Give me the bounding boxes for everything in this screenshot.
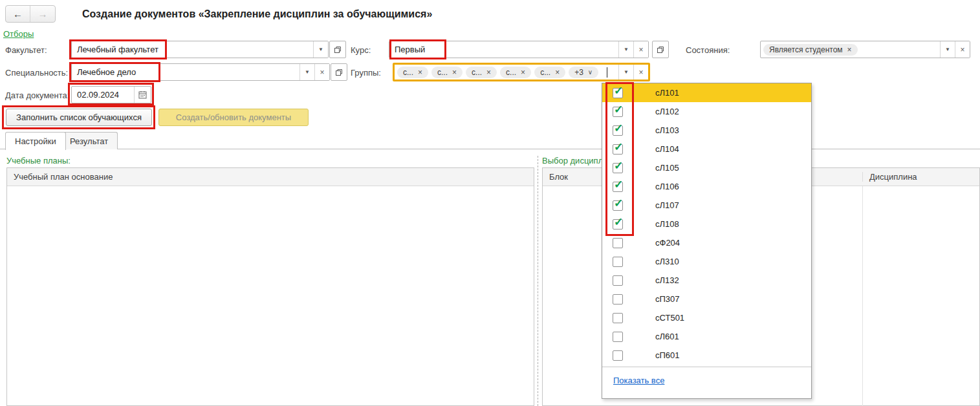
filters-link[interactable]: Отборы — [3, 29, 34, 39]
calendar-button[interactable] — [134, 87, 151, 103]
dropdown-item[interactable]: ✓сЛ102 — [602, 102, 811, 121]
doc-date-field[interactable]: 02.09.2024 — [71, 86, 151, 103]
group-tag[interactable]: с...× — [431, 67, 463, 78]
check-icon: ✓ — [614, 123, 623, 134]
checkbox[interactable]: ✓ — [613, 125, 623, 136]
checkbox[interactable]: ✓ — [613, 144, 623, 155]
specialty-dropdown-icon[interactable]: ▼ — [299, 64, 314, 80]
doc-date-label: Дата документа: — [5, 91, 69, 100]
checkbox[interactable] — [613, 332, 623, 342]
dropdown-item[interactable]: ✓сЛ108 — [602, 215, 811, 233]
groups-label: Группы: — [351, 68, 381, 78]
dropdown-item[interactable]: сЛ132 — [602, 271, 811, 290]
group-tag-label: с... — [472, 68, 482, 77]
state-tag[interactable]: Является студентом × — [763, 44, 858, 56]
group-tag[interactable]: с...× — [534, 67, 565, 78]
remove-tag-icon[interactable]: × — [847, 45, 852, 54]
column-header-study-plan[interactable]: Учебный план основание — [7, 172, 119, 182]
checkbox[interactable] — [613, 294, 623, 304]
dropdown-item[interactable]: ✓сЛ101 — [602, 83, 811, 102]
tab-result[interactable]: Результат — [60, 132, 118, 149]
show-all-link[interactable]: Показать все — [613, 376, 664, 385]
forward-button[interactable]: → — [30, 6, 55, 22]
checkbox[interactable] — [613, 350, 623, 361]
check-icon: ✓ — [614, 179, 623, 190]
group-tag[interactable]: с...× — [466, 67, 497, 78]
course-label: Курс: — [351, 45, 371, 55]
group-tag[interactable]: с...× — [500, 67, 531, 78]
groups-dropdown-icon[interactable]: ▼ — [618, 65, 633, 80]
checkbox[interactable] — [613, 275, 623, 286]
remove-tag-icon[interactable]: × — [452, 68, 457, 77]
dropdown-item[interactable]: сЛ310 — [602, 252, 811, 271]
study-plans-table[interactable]: Учебный план основание — [6, 167, 534, 406]
dropdown-item[interactable]: сСТ501 — [602, 308, 811, 327]
tab-result-label: Результат — [70, 136, 108, 146]
calendar-icon — [138, 91, 147, 99]
remove-tag-icon[interactable]: × — [521, 68, 525, 77]
faculty-open-button[interactable] — [329, 41, 346, 58]
panel-splitter[interactable] — [538, 156, 538, 406]
faculty-field[interactable]: Лечебный факультет ▼ — [71, 41, 329, 58]
dropdown-item[interactable]: сЛ601 — [602, 327, 811, 346]
study-plans-table-header[interactable]: Учебный план основание — [7, 168, 534, 186]
specialty-clear-icon[interactable]: × — [314, 64, 329, 80]
dropdown-item[interactable]: ✓сЛ104 — [602, 140, 811, 158]
checkbox[interactable] — [613, 257, 623, 267]
back-button[interactable]: ← — [6, 6, 30, 22]
dropdown-item[interactable]: сФ204 — [602, 233, 811, 252]
dropdown-separator — [602, 367, 811, 367]
dropdown-item-label: сЛ601 — [655, 332, 679, 341]
states-field[interactable]: Является студентом × ▼ × — [760, 41, 970, 58]
chevron-down-icon: ∨ — [588, 69, 593, 76]
create-docs-button[interactable]: Создать/обновить документы — [158, 109, 309, 126]
history-nav: ← → — [5, 5, 56, 23]
fill-list-button[interactable]: Заполнить список обучающихся — [6, 109, 152, 126]
check-icon: ✓ — [614, 104, 623, 115]
group-tag-label: с... — [540, 68, 550, 77]
groups-clear-icon[interactable]: × — [633, 65, 648, 80]
faculty-dropdown-icon[interactable]: ▼ — [313, 41, 328, 58]
remove-tag-icon[interactable]: × — [486, 68, 491, 77]
checkbox[interactable]: ✓ — [613, 163, 623, 173]
specialty-value: Лечебное дело — [72, 64, 299, 80]
check-icon: ✓ — [614, 217, 623, 228]
specialty-label: Специальность: — [5, 68, 68, 78]
checkbox[interactable]: ✓ — [613, 200, 623, 211]
states-dropdown-icon[interactable]: ▼ — [940, 41, 955, 58]
checkbox[interactable]: ✓ — [613, 88, 623, 98]
course-open-button[interactable] — [652, 41, 669, 58]
checkbox[interactable] — [613, 238, 623, 248]
course-field[interactable]: Первый ▼ × — [389, 41, 649, 58]
group-tag[interactable]: с...× — [397, 67, 428, 78]
faculty-label: Факультет: — [5, 45, 47, 55]
specialty-field[interactable]: Лечебное дело ▼ × — [71, 63, 330, 81]
dropdown-item[interactable]: ✓сЛ105 — [602, 158, 811, 177]
tab-settings[interactable]: Настройки — [5, 132, 66, 150]
app-window: ← → Создание документов «Закрепление дис… — [0, 0, 980, 406]
study-plans-label: Учебные планы: — [6, 156, 71, 166]
column-header-discipline[interactable]: Дисциплина — [862, 172, 979, 182]
checkbox[interactable]: ✓ — [613, 107, 623, 117]
specialty-open-button[interactable] — [331, 63, 347, 81]
states-clear-icon[interactable]: × — [955, 41, 970, 58]
dropdown-item[interactable]: сП601 — [602, 346, 811, 365]
groups-field[interactable]: с...×с...×с...×с...×с...×+3∨ ▼ × — [393, 63, 650, 81]
checkbox[interactable] — [613, 313, 623, 323]
course-dropdown-icon[interactable]: ▼ — [618, 41, 633, 58]
dropdown-item[interactable]: ✓сЛ106 — [602, 177, 811, 196]
dropdown-item[interactable]: ✓сЛ103 — [602, 121, 811, 140]
checkbox[interactable]: ✓ — [613, 182, 623, 192]
course-clear-icon[interactable]: × — [633, 41, 648, 58]
check-icon: ✓ — [614, 85, 623, 96]
remove-tag-icon[interactable]: × — [555, 68, 560, 77]
course-value: Первый — [389, 41, 618, 58]
checkbox[interactable]: ✓ — [613, 219, 623, 230]
dropdown-item[interactable]: сП307 — [602, 290, 811, 308]
forward-arrow-icon: → — [38, 8, 48, 19]
remove-tag-icon[interactable]: × — [418, 68, 422, 77]
group-tag-label: с... — [437, 68, 448, 77]
dropdown-item[interactable]: ✓сЛ107 — [602, 196, 811, 215]
dropdown-item-label: сП307 — [655, 294, 680, 304]
group-tags-more[interactable]: +3∨ — [569, 67, 598, 78]
